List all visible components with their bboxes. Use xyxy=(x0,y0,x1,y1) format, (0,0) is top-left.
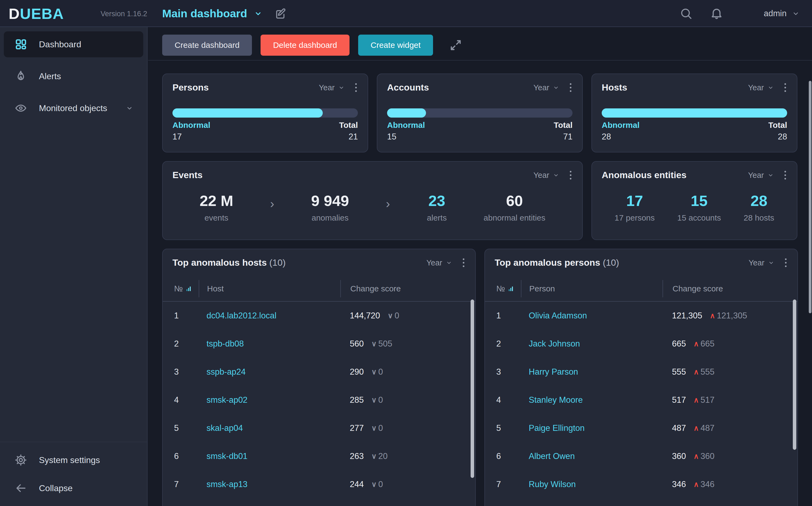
sidebar-item-monitored-objects[interactable]: Monitored objects xyxy=(4,95,143,121)
table-scrollbar-thumb[interactable] xyxy=(793,300,796,450)
delete-dashboard-button[interactable]: Delete dashboard xyxy=(261,34,350,56)
change-score-cell: 665 ∧ 665 xyxy=(672,339,797,349)
kebab-menu-icon[interactable] xyxy=(569,82,572,93)
progress-track xyxy=(387,108,572,117)
page-scrollbar-thumb[interactable] xyxy=(809,81,811,313)
row-rank: 6 xyxy=(174,451,206,461)
trend-icon: ∨ xyxy=(388,311,393,320)
chevron-down-icon[interactable] xyxy=(254,9,263,18)
column-change-score[interactable]: Change score xyxy=(340,280,475,297)
table-row: 4 smsk-ap02 285 ∨ 0 xyxy=(163,386,475,414)
column-change-score[interactable]: Change score xyxy=(662,280,797,297)
row-rank: 5 xyxy=(174,423,206,433)
fullscreen-expand-icon[interactable] xyxy=(449,38,463,52)
create-dashboard-button[interactable]: Create dashboard xyxy=(162,34,252,56)
table-row: 6 smsk-db01 263 ∨ 20 xyxy=(163,442,475,470)
period-selector[interactable]: Year xyxy=(319,83,345,92)
period-selector[interactable]: Year xyxy=(748,171,774,180)
table-body: 1 dc04.lab2012.local 144,720 ∨ 0 2 tspb-… xyxy=(163,302,475,498)
row-score: 290 xyxy=(350,367,364,377)
row-rank: 4 xyxy=(496,395,529,405)
entity-link[interactable]: skal-ap04 xyxy=(206,423,350,433)
kebab-menu-icon[interactable] xyxy=(354,82,358,93)
entity-link[interactable]: Albert Owen xyxy=(529,451,672,461)
row-score: 121,305 xyxy=(672,311,702,321)
period-selector[interactable]: Year xyxy=(748,258,775,267)
column-entity[interactable]: Person xyxy=(521,280,662,297)
entity-link[interactable]: smsk-db01 xyxy=(206,451,350,461)
row-rank: 3 xyxy=(174,367,206,377)
total-value: 21 xyxy=(349,132,358,142)
notifications-bell-icon[interactable] xyxy=(710,7,723,20)
search-icon[interactable] xyxy=(680,7,693,20)
stat-persons: 17 17 persons xyxy=(615,192,655,223)
entity-link[interactable]: Olivia Adamson xyxy=(529,311,672,321)
column-rank[interactable]: № xyxy=(496,284,521,293)
kebab-menu-icon[interactable] xyxy=(783,82,787,93)
progress-fill xyxy=(602,108,787,117)
entity-link[interactable]: Ruby Wilson xyxy=(529,480,672,489)
change-score-cell: 263 ∨ 20 xyxy=(350,451,475,461)
chevron-down-icon xyxy=(767,172,774,179)
entity-link[interactable]: smsk-ap02 xyxy=(206,395,350,405)
period-selector[interactable]: Year xyxy=(748,83,774,92)
entity-link[interactable]: Harry Parson xyxy=(529,367,672,377)
kebab-menu-icon[interactable] xyxy=(462,257,465,268)
period-selector[interactable]: Year xyxy=(533,171,559,180)
widget-title: Hosts xyxy=(602,82,627,93)
change-score-cell: 487 ∧ 487 xyxy=(672,423,797,433)
page-title[interactable]: Main dashboard xyxy=(162,7,247,20)
entity-link[interactable]: tspb-db08 xyxy=(206,339,350,349)
period-label: Year xyxy=(426,258,442,267)
trend-icon: ∨ xyxy=(371,396,377,404)
widgets-row-2: Events Year 22 M events xyxy=(162,161,798,240)
edit-dashboard-button[interactable] xyxy=(274,7,286,20)
sidebar-collapse-button[interactable]: Collapse xyxy=(4,475,143,501)
sidebar-item-alerts[interactable]: Alerts xyxy=(4,63,143,89)
entity-link[interactable]: Stanley Moore xyxy=(529,395,672,405)
stat-label: 15 accounts xyxy=(678,213,721,223)
table-row: 7 Ruby Wilson 346 ∧ 346 xyxy=(485,470,797,498)
row-rank: 3 xyxy=(496,367,529,377)
column-entity[interactable]: Host xyxy=(199,280,340,297)
widget-anomalous-entities: Anomalous entities Year 17 17 per xyxy=(592,161,797,240)
entity-link[interactable]: smsk-ap13 xyxy=(206,480,350,489)
chevron-down-icon xyxy=(552,172,559,179)
trend-icon: ∨ xyxy=(371,424,377,432)
row-rank: 1 xyxy=(174,311,206,321)
chevron-down-icon xyxy=(445,259,452,266)
create-widget-button[interactable]: Create widget xyxy=(358,34,433,56)
table-row: 7 smsk-ap13 244 ∨ 0 xyxy=(163,470,475,498)
period-selector[interactable]: Year xyxy=(426,258,452,267)
user-menu[interactable]: admin xyxy=(764,9,800,18)
period-selector[interactable]: Year xyxy=(533,83,559,92)
entity-link[interactable]: Paige Ellington xyxy=(529,423,672,433)
table-scrollbar-thumb[interactable] xyxy=(471,300,474,478)
app-version: Version 1.16.2 xyxy=(101,10,147,18)
widget-controls: Year xyxy=(426,257,465,268)
row-score: 665 xyxy=(672,339,686,349)
progress-values: 28 28 xyxy=(602,132,787,142)
stat-value: 17 xyxy=(615,192,655,209)
abnormal-label: Abnormal xyxy=(387,120,425,130)
progress-track xyxy=(602,108,787,117)
entity-link[interactable]: sspb-ap24 xyxy=(206,367,350,377)
trend-icon: ∧ xyxy=(694,452,699,460)
widget-title: Anomalous entities xyxy=(602,170,687,180)
abnormal-value: 28 xyxy=(602,132,611,142)
kebab-menu-icon[interactable] xyxy=(784,257,788,268)
period-label: Year xyxy=(533,171,549,180)
entity-link[interactable]: Jack Johnson xyxy=(529,339,672,349)
sidebar-item-system-settings[interactable]: System settings xyxy=(4,447,143,473)
widgets-row-3: Top anomalous hosts (10) Year № xyxy=(162,249,798,506)
column-rank[interactable]: № xyxy=(174,284,199,293)
kebab-menu-icon[interactable] xyxy=(783,170,787,181)
chevron-down-icon xyxy=(338,84,345,91)
entity-link[interactable]: dc04.lab2012.local xyxy=(206,311,350,321)
row-delta: 487 xyxy=(701,423,715,433)
sidebar-item-dashboard[interactable]: Dashboard xyxy=(4,31,143,57)
kebab-menu-icon[interactable] xyxy=(569,170,572,181)
row-rank: 7 xyxy=(496,480,529,489)
sidebar-item-label: Alerts xyxy=(39,71,61,81)
stat-anomalies: 9 949 anomalies xyxy=(311,192,349,223)
